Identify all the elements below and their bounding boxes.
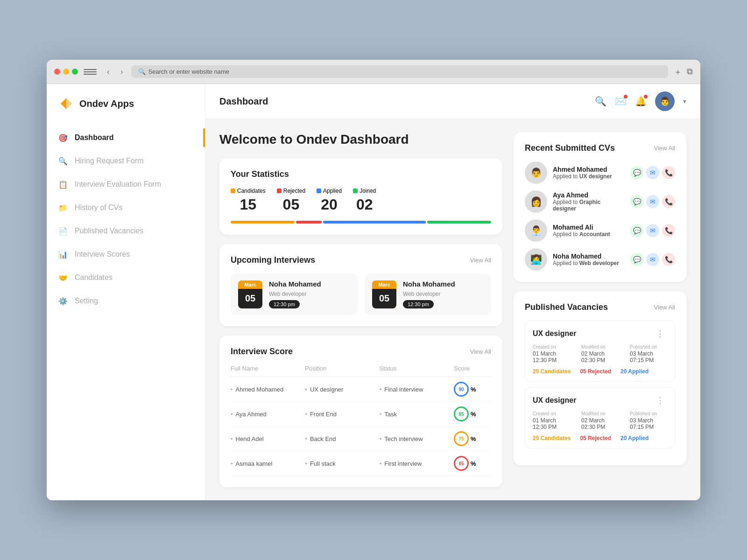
phone-btn-1[interactable]: 📞 xyxy=(662,195,675,208)
cv-info-2: Mohamed Ali Applied to Accountant xyxy=(553,224,625,238)
bar-candidates xyxy=(231,221,295,224)
search-header-icon[interactable]: 🔍 xyxy=(595,96,606,107)
interview-info-1: Noha Mohamed Web developer 12:30 pm xyxy=(403,280,455,308)
calendar-icon-1: Marc 05 xyxy=(372,280,396,308)
col-status: Status xyxy=(380,365,454,372)
interviews-view-all[interactable]: View All xyxy=(470,257,491,264)
email-btn-1[interactable]: ✉ xyxy=(646,195,659,208)
score-card: Interview Score View All Full Name Posit… xyxy=(219,336,502,487)
interviews-title: Upcoming Interviews xyxy=(231,255,315,265)
logo-icon xyxy=(58,95,75,112)
user-avatar[interactable]: 👨 xyxy=(655,91,675,111)
vacancy-stats-0: 25 Candidates 05 Rejected 20 Applied xyxy=(533,368,667,375)
cv-name-3: Noha Mohamed xyxy=(553,252,625,260)
phone-btn-3[interactable]: 📞 xyxy=(662,253,675,266)
sidebar-item-label: Candidates xyxy=(75,273,113,282)
phone-btn-0[interactable]: 📞 xyxy=(662,166,675,179)
cv-actions-1: 💬 ✉ 📞 xyxy=(630,195,675,208)
bar-rejected xyxy=(296,221,322,224)
interview-name-1: Noha Mohamed xyxy=(403,280,455,288)
whatsapp-btn-1[interactable]: 💬 xyxy=(630,195,643,208)
minimize-dot[interactable] xyxy=(63,69,69,75)
sidebar-item-label: History of CVs xyxy=(75,203,122,212)
cv-avatar-2: 👨‍💼 xyxy=(525,219,547,242)
candidates-icon: 🤝 xyxy=(58,273,68,283)
score-view-all[interactable]: View All xyxy=(470,348,491,355)
sidebar-item-cv-history[interactable]: 📁 History of CVs xyxy=(47,196,205,219)
bell-wrap: 🔔 xyxy=(635,96,647,107)
row3-status: First interview xyxy=(380,460,454,467)
cv-item-1: 👩 Aya Ahmed Applied to Graphic designer xyxy=(525,190,675,213)
fullscreen-dot[interactable] xyxy=(72,69,78,75)
cv-info-1: Aya Ahmed Applied to Graphic designer xyxy=(553,191,625,212)
stat-value-rejected: 05 xyxy=(283,196,300,213)
whatsapp-btn-0[interactable]: 💬 xyxy=(630,166,643,179)
col-position: Position xyxy=(305,365,379,372)
user-menu-chevron[interactable]: ▾ xyxy=(683,98,686,105)
cvs-view-all[interactable]: View All xyxy=(654,145,675,152)
bell-notification-dot xyxy=(644,95,648,98)
row2-status: Tech interview xyxy=(380,435,454,442)
stat-label-joined: Joined xyxy=(353,188,376,194)
sidebar-item-interview-eval[interactable]: 📋 Interview Evaluation Form xyxy=(47,173,205,196)
vacancy-more-btn-1[interactable]: ⋮ xyxy=(653,394,667,406)
cal-month-0: Marc xyxy=(238,280,262,289)
row1-name: Aya Ahmed xyxy=(231,411,305,418)
stat-label-candidates: Candidates xyxy=(231,188,266,194)
row1-status: Task xyxy=(380,411,454,418)
applied-dot xyxy=(317,189,321,193)
back-button[interactable]: ‹ xyxy=(104,67,112,77)
interviews-card: Upcoming Interviews View All Marc 05 Noh xyxy=(219,244,502,326)
joined-dot xyxy=(353,189,358,193)
col-score: Score xyxy=(454,365,491,372)
sidebar-item-vacancies[interactable]: 📄 Published Vacancies xyxy=(47,219,205,243)
row3-name: Asmaa kamel xyxy=(231,460,305,467)
candidates-dot xyxy=(231,189,235,193)
tabs-icon[interactable]: ⧉ xyxy=(687,67,693,77)
interview-name-0: Noha Mohamed xyxy=(269,280,321,288)
whatsapp-btn-2[interactable]: 💬 xyxy=(630,224,643,237)
search-icon: 🔍 xyxy=(138,68,146,75)
vacancy-more-btn-0[interactable]: ⋮ xyxy=(653,328,667,340)
phone-btn-2[interactable]: 📞 xyxy=(662,224,675,237)
bar-applied xyxy=(323,221,426,224)
email-btn-2[interactable]: ✉ xyxy=(646,224,659,237)
vacancy-title-1: UX designer xyxy=(533,396,576,405)
interview-role-0: Web developer xyxy=(269,291,321,297)
new-tab-icon[interactable]: ＋ xyxy=(674,66,682,77)
vacancies-view-all[interactable]: View All xyxy=(654,304,675,311)
browser-toolbar: ‹ › 🔍 Search or enter website name ＋ ⧉ xyxy=(47,60,700,84)
url-bar[interactable]: 🔍 Search or enter website name xyxy=(132,65,668,78)
sidebar-item-setting[interactable]: ⚙️ Setting xyxy=(47,289,205,313)
hiring-icon: 🔍 xyxy=(58,156,68,166)
close-dot[interactable] xyxy=(54,69,60,75)
email-btn-3[interactable]: ✉ xyxy=(646,253,659,266)
whatsapp-btn-3[interactable]: 💬 xyxy=(630,253,643,266)
forward-button[interactable]: › xyxy=(118,67,126,77)
sidebar-item-hiring[interactable]: 🔍 Hiring Request Form xyxy=(47,149,205,173)
sidebar-toggle-icon[interactable] xyxy=(84,67,97,77)
score-row-3: Asmaa kamel Full stack First interview 6… xyxy=(231,451,491,476)
row2-name: Hend Adel xyxy=(231,435,305,442)
cv-actions-2: 💬 ✉ 📞 xyxy=(630,224,675,237)
vacancy-modified-1: Modified on 02 March 02:30 PM xyxy=(581,411,619,430)
browser-actions: ＋ ⧉ xyxy=(674,66,693,77)
row0-position: UX designer xyxy=(305,386,379,393)
main-column: Welcome to Ondev Dashboard Your Statisti… xyxy=(219,132,502,487)
content-area: Welcome to Ondev Dashboard Your Statisti… xyxy=(205,119,700,500)
interview-item-1: Marc 05 Noha Mohamed Web developer 12:30… xyxy=(365,273,491,315)
score-circle-2: 75 xyxy=(454,431,469,446)
sidebar-item-scores[interactable]: 📊 Interview Scores xyxy=(47,243,205,266)
sidebar-item-dashboard[interactable]: 🎯 Dashboard xyxy=(47,126,205,149)
v-applied-0: 20 Applied xyxy=(620,368,648,375)
row1-score: 85 % xyxy=(454,406,491,421)
vacancies-title: Published Vacancies xyxy=(525,302,608,312)
rejected-dot xyxy=(277,189,282,193)
cv-name-2: Mohamed Ali xyxy=(553,224,625,231)
cv-role-3: Applied to Web developer xyxy=(553,260,625,266)
sidebar-item-candidates[interactable]: 🤝 Candidates xyxy=(47,266,205,289)
cv-avatar-0: 👨 xyxy=(525,161,547,184)
email-btn-0[interactable]: ✉ xyxy=(646,166,659,179)
sidebar: Ondev Apps 🎯 Dashboard 🔍 Hiring Request … xyxy=(47,84,205,500)
sidebar-logo: Ondev Apps xyxy=(47,95,205,126)
